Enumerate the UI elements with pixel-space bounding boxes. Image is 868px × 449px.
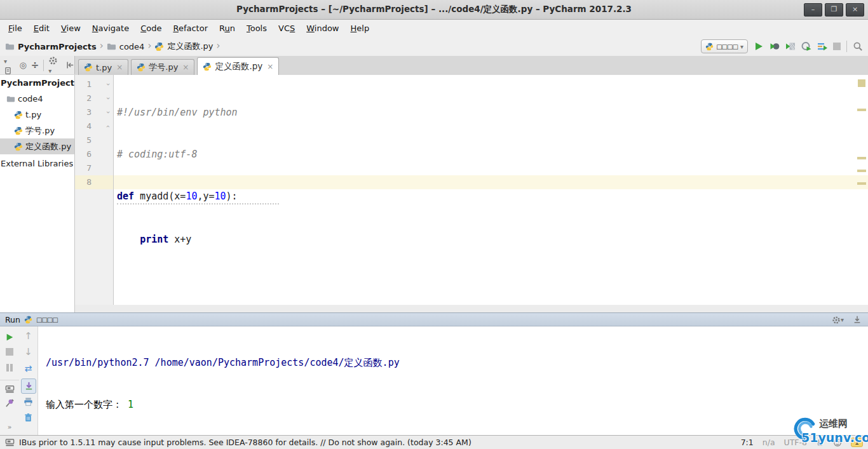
menu-bar: File Edit View Navigate Code Refactor Ru…: [0, 20, 868, 37]
pycharm-window: PycharmProjects – [~/PycharmProjects] – …: [0, 0, 868, 449]
minimize-button[interactable]: –: [804, 3, 822, 17]
run-tool-window-header[interactable]: Run □□□□ ▾: [0, 312, 868, 326]
tab-label: 学号.py: [149, 62, 178, 73]
title-bar[interactable]: PycharmProjects – [~/PycharmProjects] – …: [0, 0, 868, 20]
tab-xuehao-py[interactable]: 学号.py ×: [131, 59, 194, 75]
project-view-selector[interactable]: ▾: [4, 56, 15, 75]
menu-vcs[interactable]: VCS: [273, 22, 301, 35]
more-actions-icon[interactable]: »: [0, 423, 19, 431]
collapse-all-icon[interactable]: ÷: [31, 60, 39, 71]
menu-navigate[interactable]: Navigate: [86, 22, 135, 35]
show-console-layout-button[interactable]: [0, 380, 19, 394]
chevron-right-icon: ›: [147, 40, 151, 51]
fold-marker-icon[interactable]: ›: [101, 97, 115, 100]
tree-item-xuehao-py[interactable]: 学号.py: [0, 123, 74, 138]
hector-inspector-icon[interactable]: [833, 438, 842, 447]
line-number: 2: [75, 91, 92, 105]
python-file-icon: [14, 111, 23, 119]
locate-file-icon[interactable]: ◎: [19, 60, 26, 70]
pause-output-button[interactable]: [0, 364, 19, 373]
breadcrumb-folder[interactable]: code4: [119, 42, 145, 51]
hide-run-panel-icon[interactable]: [853, 315, 862, 324]
menu-edit[interactable]: Edit: [28, 22, 55, 35]
chevron-right-icon: ›: [100, 40, 104, 51]
run-configuration-select[interactable]: □□□□ ▾: [701, 39, 748, 53]
error-stripe-file-status[interactable]: [858, 79, 865, 87]
event-notification-badge[interactable]: 1: [851, 438, 863, 447]
python-file-icon: [203, 62, 212, 71]
menu-code[interactable]: Code: [135, 22, 167, 35]
error-stripe-mark[interactable]: [857, 182, 866, 185]
tree-item-root[interactable]: PycharmProjects: [0, 75, 74, 91]
stop-button-disabled: [833, 43, 841, 50]
error-stripe-mark[interactable]: [857, 157, 866, 159]
close-tab-icon[interactable]: ×: [267, 62, 273, 71]
menu-window[interactable]: Window: [301, 22, 344, 35]
print-icon[interactable]: [19, 396, 37, 406]
rerun-button[interactable]: [0, 332, 19, 342]
tree-item-t-py[interactable]: t.py: [0, 107, 74, 123]
menu-tools[interactable]: Tools: [241, 22, 273, 35]
tab-dingyihanshu-py[interactable]: 定义函数.py ×: [197, 57, 279, 75]
tree-item-external-libraries[interactable]: External Libraries: [0, 156, 74, 171]
fold-marker-icon[interactable]: ›: [101, 111, 115, 114]
line-number: 3: [75, 105, 92, 119]
code-editor[interactable]: 1 2 3 4 5 6 7 8 › › › › #!/usr/bin/env p…: [75, 75, 868, 305]
editor-splitter[interactable]: [75, 305, 868, 312]
python-icon: [705, 43, 714, 51]
status-message[interactable]: IBus prior to 1.5.11 may cause input pro…: [19, 438, 471, 447]
settings-gear-icon[interactable]: ▾: [48, 55, 60, 75]
breadcrumb-file[interactable]: 定义函数.py: [167, 41, 213, 52]
tree-item-code4[interactable]: code4: [0, 91, 74, 107]
pin-tab-icon[interactable]: [0, 398, 19, 408]
run-button[interactable]: [754, 41, 764, 51]
profile-button[interactable]: [801, 41, 811, 51]
line-separator-indicator[interactable]: n/a: [763, 438, 775, 447]
readonly-lock-icon[interactable]: [816, 438, 824, 446]
code-text[interactable]: #!/usr/bin/env python # coding:utf-8 def…: [117, 77, 279, 305]
debug-button[interactable]: [770, 41, 780, 51]
menu-file[interactable]: File: [3, 22, 28, 35]
run-config-label: □□□□: [36, 316, 58, 323]
maximize-button[interactable]: ❐: [825, 3, 843, 17]
code-line-4: print x+y: [117, 232, 279, 246]
menu-help[interactable]: Help: [345, 22, 376, 35]
file-encoding[interactable]: UTF-8: [784, 438, 807, 447]
line-number: 7: [75, 161, 92, 175]
soft-wrap-icon[interactable]: ⇄: [19, 363, 37, 373]
line-number: 8: [75, 175, 92, 189]
run-toolbar-left: »: [0, 326, 20, 435]
line-number: 6: [75, 147, 92, 161]
console-output[interactable]: /usr/bin/python2.7 /home/vaon/PycharmPro…: [46, 328, 400, 449]
close-button[interactable]: ×: [846, 3, 864, 17]
code-line-2: # coding:utf-8: [117, 147, 279, 161]
menu-refactor[interactable]: Refactor: [167, 22, 214, 35]
run-configuration-name: □□□□: [716, 43, 738, 50]
run-with-coverage-button[interactable]: [785, 41, 796, 51]
line-number: 4: [75, 119, 92, 133]
stop-button-disabled: [0, 348, 19, 358]
scroll-to-end-button-active[interactable]: [21, 379, 36, 394]
close-tab-icon[interactable]: ×: [182, 63, 189, 72]
hide-panel-icon[interactable]: [65, 60, 74, 70]
close-tab-icon[interactable]: ×: [116, 63, 123, 72]
folder-icon: [5, 42, 15, 51]
python-file-icon: [14, 126, 23, 135]
caret-position[interactable]: 7:1: [741, 438, 754, 447]
menu-view[interactable]: View: [55, 22, 86, 35]
menu-run[interactable]: Run: [214, 22, 241, 35]
error-stripe-mark[interactable]: [857, 170, 866, 172]
toolwindow-toggle-icon[interactable]: [5, 438, 15, 447]
code-line-3: def myadd(x=10,y=10):: [117, 189, 279, 204]
fold-end-marker-icon[interactable]: ›: [101, 125, 115, 128]
clear-all-trash-icon[interactable]: [19, 412, 37, 422]
tab-t-py[interactable]: t.py ×: [78, 59, 128, 75]
error-stripe-mark[interactable]: [857, 109, 866, 111]
concurrency-diagram-button[interactable]: [817, 41, 827, 51]
tree-item-dingyihanshu-py-selected[interactable]: 定义函数.py: [0, 138, 74, 154]
fold-marker-icon[interactable]: ›: [101, 83, 115, 86]
breadcrumb-project[interactable]: PycharmProjects: [18, 42, 97, 51]
run-panel-gear-icon[interactable]: ▾: [832, 314, 844, 325]
run-panel-title: Run: [5, 315, 20, 325]
search-everywhere-icon[interactable]: [853, 41, 863, 51]
